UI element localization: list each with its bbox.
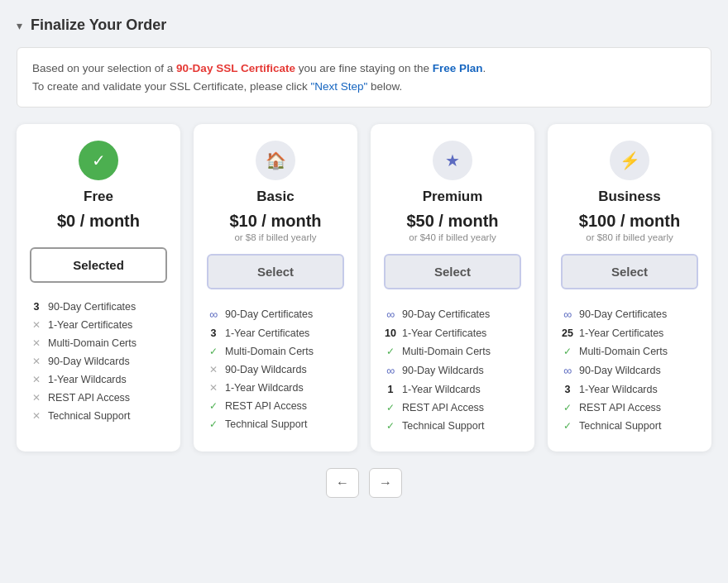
info-highlight-free: Free Plan — [433, 62, 483, 74]
feature-item: ✕90-Day Wildcards — [207, 361, 344, 379]
feature-label: 90-Day Wildcards — [48, 356, 130, 367]
business-select-button[interactable]: Select — [561, 254, 698, 289]
feature-number-icon: 3 — [561, 384, 574, 395]
feature-item: ✓Multi-Domain Certs — [384, 342, 521, 361]
info-box: Based on your selection of a 90-Day SSL … — [17, 47, 711, 108]
free-icon: ✓ — [79, 141, 118, 180]
info-next-step: "Next Step" — [310, 80, 367, 93]
feature-cross-icon: ✕ — [30, 356, 43, 367]
info-line2: To create and validate your SSL Certific… — [32, 78, 696, 96]
plan-card-business: ⚡Business$100 / monthor $80 if billed ye… — [548, 124, 711, 452]
feature-item: ∞90-Day Certificates — [561, 304, 698, 324]
business-features: ∞90-Day Certificates251-Year Certificate… — [561, 304, 698, 435]
plan-card-free: ✓Free$0 / monthSelected390-Day Certifica… — [17, 124, 180, 452]
feature-item: ✕90-Day Wildcards — [30, 352, 167, 370]
chevron-icon: ▾ — [17, 19, 22, 32]
premium-icon: ★ — [433, 141, 472, 180]
feature-label: 1-Year Wildcards — [225, 382, 304, 394]
feature-cross-icon: ✕ — [30, 319, 43, 331]
feature-check-icon: ✓ — [384, 402, 397, 413]
header-section: ▾ Finalize Your Order — [17, 17, 711, 34]
back-button[interactable]: ← — [326, 468, 359, 498]
feature-label: REST API Access — [48, 392, 130, 404]
info-mid1: you are fine staying on the — [295, 62, 433, 74]
feature-item: ✓Technical Support — [561, 417, 698, 435]
page-title: Finalize Your Order — [31, 17, 166, 34]
feature-item: ∞90-Day Wildcards — [384, 361, 521, 380]
feature-number-icon: 25 — [561, 327, 574, 339]
feature-label: Multi-Domain Certs — [48, 337, 136, 349]
basic-features: ∞90-Day Certificates31-Year Certificates… — [207, 304, 344, 433]
free-select-button[interactable]: Selected — [30, 247, 167, 283]
feature-item: ✓REST API Access — [384, 399, 521, 417]
free-name: Free — [84, 189, 113, 205]
feature-check-icon: ✓ — [561, 420, 574, 432]
page-container: ▾ Finalize Your Order Based on your sele… — [17, 17, 711, 498]
info-line1: Based on your selection of a 90-Day SSL … — [32, 60, 696, 78]
feature-item: ✓Multi-Domain Certs — [561, 342, 698, 361]
feature-infinity-icon: ∞ — [561, 364, 574, 377]
feature-infinity-icon: ∞ — [207, 308, 220, 321]
premium-price: $50 / month — [406, 212, 498, 231]
feature-item: ✓Technical Support — [207, 415, 344, 433]
plan-card-premium: ★Premium$50 / monthor $40 if billed year… — [371, 124, 534, 452]
feature-check-icon: ✓ — [207, 400, 220, 412]
feature-label: REST API Access — [579, 402, 661, 413]
feature-item: 31-Year Certificates — [207, 324, 344, 342]
feature-label: Technical Support — [48, 410, 130, 422]
nav-buttons: ← → — [17, 468, 711, 498]
feature-item: ✓Multi-Domain Certs — [207, 342, 344, 361]
feature-item: 101-Year Certificates — [384, 324, 521, 342]
feature-item: ✓REST API Access — [561, 399, 698, 417]
feature-number-icon: 1 — [384, 384, 397, 395]
feature-label: Technical Support — [579, 420, 661, 432]
feature-label: Multi-Domain Certs — [402, 346, 491, 357]
feature-label: 90-Day Wildcards — [579, 365, 661, 376]
feature-label: 90-Day Wildcards — [225, 364, 307, 375]
feature-item: ✕1-Year Wildcards — [30, 370, 167, 389]
premium-name: Premium — [423, 189, 483, 205]
feature-check-icon: ✓ — [207, 418, 220, 430]
feature-infinity-icon: ∞ — [384, 308, 397, 321]
premium-billing: or $40 if billed yearly — [409, 232, 496, 242]
feature-item: ✕1-Year Wildcards — [207, 379, 344, 397]
feature-check-icon: ✓ — [384, 420, 397, 432]
forward-button[interactable]: → — [369, 468, 402, 498]
feature-item: 251-Year Certificates — [561, 324, 698, 342]
feature-check-icon: ✓ — [561, 346, 574, 357]
feature-label: 1-Year Wildcards — [48, 374, 127, 385]
feature-infinity-icon: ∞ — [384, 364, 397, 377]
feature-number-icon: 3 — [30, 301, 43, 313]
feature-label: 1-Year Wildcards — [402, 384, 481, 395]
free-features: 390-Day Certificates✕1-Year Certificates… — [30, 298, 167, 425]
info-highlight-ssl: 90-Day SSL Certificate — [176, 62, 295, 74]
feature-label: 90-Day Wildcards — [402, 365, 484, 376]
feature-item: ✕REST API Access — [30, 389, 167, 407]
feature-item: ∞90-Day Certificates — [384, 304, 521, 324]
info-pre1: Based on your selection of a — [32, 62, 176, 74]
feature-label: Multi-Domain Certs — [225, 346, 314, 357]
feature-label: 1-Year Certificates — [48, 319, 132, 331]
feature-item: 11-Year Wildcards — [384, 380, 521, 399]
feature-cross-icon: ✕ — [30, 337, 43, 349]
feature-cross-icon: ✕ — [30, 410, 43, 422]
business-icon: ⚡ — [610, 141, 649, 180]
feature-label: REST API Access — [402, 402, 484, 413]
basic-select-button[interactable]: Select — [207, 254, 344, 289]
feature-cross-icon: ✕ — [30, 392, 43, 404]
feature-label: 90-Day Certificates — [225, 308, 313, 320]
feature-label: 1-Year Certificates — [579, 327, 663, 339]
feature-label: 1-Year Certificates — [225, 327, 309, 339]
feature-item: ∞90-Day Wildcards — [561, 361, 698, 380]
feature-check-icon: ✓ — [384, 346, 397, 357]
feature-item: ✕Multi-Domain Certs — [30, 334, 167, 352]
feature-number-icon: 3 — [207, 327, 220, 339]
feature-check-icon: ✓ — [561, 402, 574, 413]
premium-select-button[interactable]: Select — [384, 254, 521, 289]
feature-item: 390-Day Certificates — [30, 298, 167, 316]
feature-label: 1-Year Wildcards — [579, 384, 658, 395]
feature-cross-icon: ✕ — [207, 364, 220, 375]
feature-label: 90-Day Certificates — [579, 308, 667, 320]
feature-infinity-icon: ∞ — [561, 308, 574, 321]
feature-cross-icon: ✕ — [30, 374, 43, 385]
